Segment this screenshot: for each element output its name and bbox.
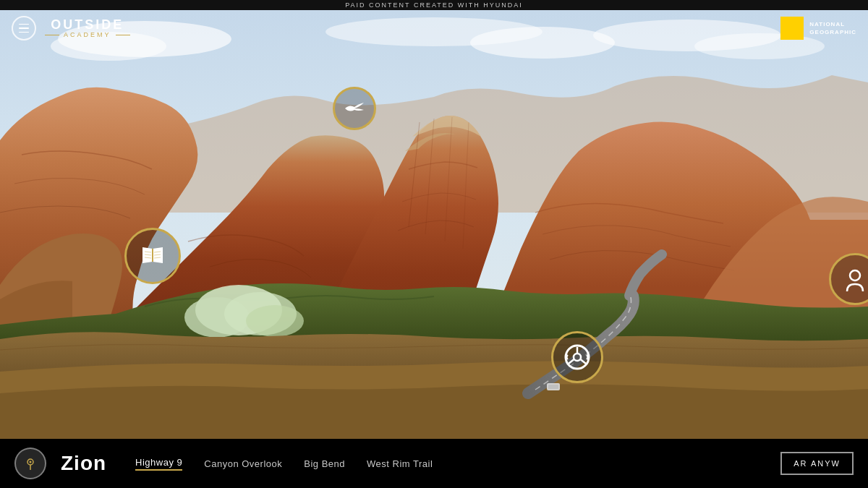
svg-rect-16 <box>548 385 558 389</box>
svg-line-27 <box>581 359 587 364</box>
svg-point-30 <box>30 461 32 463</box>
location-icon <box>22 455 38 471</box>
brand: OUTSIDE ACADEMY <box>45 18 130 38</box>
natgeo-text: NATIONALGEOGRAPHIC <box>809 20 856 36</box>
steering-hotspot[interactable] <box>551 331 603 383</box>
bottom-bar: Zion Highway 9 Canyon Overlook Big Bend … <box>0 439 868 488</box>
bird-hotspot[interactable] <box>333 87 376 130</box>
canyon-scene <box>0 10 868 439</box>
brand-academy-line: ACADEMY <box>45 31 130 38</box>
location-indicator <box>14 448 46 479</box>
menu-line-1 <box>19 24 29 25</box>
ar-button[interactable]: AR ANYW <box>780 452 854 475</box>
brand-academy-text: ACADEMY <box>64 31 111 38</box>
header-left: OUTSIDE ACADEMY <box>12 16 130 40</box>
sponsored-text: PAID CONTENT CREATED WITH HYUNDAI <box>345 1 523 9</box>
face-icon <box>841 265 868 293</box>
bird-icon <box>344 101 365 116</box>
svg-line-26 <box>569 359 574 364</box>
svg-point-28 <box>850 270 860 281</box>
book-hotspot[interactable] <box>124 228 181 284</box>
header: OUTSIDE ACADEMY NATIONALGEOGRAPHIC <box>0 10 868 46</box>
nav-item-west-rim-trail[interactable]: West Rim Trail <box>367 458 433 469</box>
location-name: Zion <box>61 452 106 475</box>
brand-outside-text: OUTSIDE <box>51 18 124 31</box>
menu-button[interactable] <box>12 16 36 40</box>
menu-line-2 <box>19 27 29 29</box>
top-bar: PAID CONTENT CREATED WITH HYUNDAI <box>0 0 868 10</box>
brand-dash-right <box>116 35 130 35</box>
natgeo-yellow-rect <box>780 17 804 40</box>
svg-point-24 <box>574 354 581 361</box>
nav-item-highway9[interactable]: Highway 9 <box>135 457 182 471</box>
scene-container <box>0 10 868 439</box>
brand-dash-left <box>45 35 59 35</box>
nav-item-big-bend[interactable]: Big Bend <box>304 458 345 469</box>
book-icon <box>140 246 166 266</box>
ar-button-text: AR ANYW <box>793 459 841 468</box>
nav-items: Highway 9 Canyon Overlook Big Bend West … <box>135 457 766 471</box>
natgeo-logo[interactable]: NATIONALGEOGRAPHIC <box>780 17 856 40</box>
nav-item-canyon-overlook[interactable]: Canyon Overlook <box>204 458 282 469</box>
svg-point-14 <box>246 305 304 337</box>
menu-line-3 <box>19 32 29 33</box>
steering-wheel-icon <box>563 343 591 371</box>
hamburger-icon <box>19 24 29 33</box>
